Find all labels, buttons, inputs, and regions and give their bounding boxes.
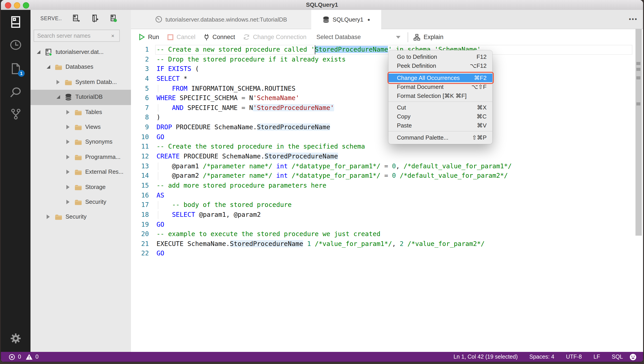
tree-item-security[interactable]: Security — [30, 210, 131, 225]
tab-connection-dashboard[interactable]: tutorialserver.database.windows.net:Tuto… — [131, 10, 312, 29]
menu-item-paste[interactable]: Paste⌘V — [388, 121, 492, 130]
tree-item-external-res[interactable]: External Res... — [30, 165, 131, 180]
code-line-17[interactable]: 17 -- body of the stored procedure — [131, 200, 637, 210]
language-mode-status[interactable]: SQL — [612, 354, 623, 360]
tree-item-tutorialdb[interactable]: TutorialDB — [30, 90, 131, 105]
code-line-6[interactable]: 6WHERE SPECIFIC_SCHEMA = N'SchemaName' — [131, 93, 637, 103]
servers-icon[interactable] — [10, 16, 22, 28]
select-database-dropdown[interactable]: Select Database — [316, 34, 401, 40]
collapse-twisty-icon[interactable] — [37, 50, 40, 54]
sidebar-title: SERVE.. — [40, 16, 62, 21]
tree-item-databases[interactable]: Databases — [30, 60, 131, 75]
cursor-position-status[interactable]: Ln 1, Col 42 (19 selected) — [454, 354, 518, 360]
sidebar-header: SERVE.. — [30, 13, 131, 25]
menu-item-shortcut: ⌥F12 — [470, 62, 486, 69]
new-server-group-icon[interactable] — [90, 14, 99, 23]
collapse-twisty-icon[interactable] — [56, 95, 60, 99]
tree-item-tables[interactable]: Tables — [30, 105, 131, 120]
explain-button[interactable]: Explain — [414, 34, 444, 41]
collapse-twisty-icon[interactable] — [47, 65, 50, 69]
tree-item-system-datab[interactable]: System Datab... — [30, 75, 131, 90]
expand-twisty-icon[interactable] — [47, 215, 50, 219]
dirty-indicator-icon: ● — [368, 17, 370, 22]
server-search-box[interactable]: × — [34, 30, 120, 42]
code-line-5[interactable]: 5 FROM INFORMATION_SCHEMA.ROUTINES — [131, 84, 637, 93]
change-connection-button[interactable]: Change Connection — [243, 34, 306, 40]
menu-item-label: Change All Occurrences — [397, 75, 460, 81]
expand-twisty-icon[interactable] — [66, 200, 70, 204]
tree-item-synonyms[interactable]: Synonyms — [30, 135, 131, 150]
tree-item-views[interactable]: Views — [30, 120, 131, 135]
code-line-11[interactable]: 11-- Create the stored procedure in the … — [131, 142, 637, 152]
expand-twisty-icon[interactable] — [66, 140, 70, 144]
code-line-13[interactable]: 13 @param1 /*parameter name*/ int /*data… — [131, 161, 637, 171]
task-history-icon[interactable] — [10, 39, 22, 51]
run-button[interactable]: Run — [139, 34, 159, 40]
scrollbar-slider[interactable] — [636, 29, 642, 236]
expand-twisty-icon[interactable] — [66, 155, 70, 159]
code-line-7[interactable]: 7 AND SPECIFIC_NAME = N'StoredProcedureN… — [131, 103, 637, 113]
more-actions-icon[interactable]: ••• — [629, 16, 638, 23]
code-line-19[interactable]: 19GO — [131, 220, 637, 229]
code-line-9[interactable]: 9DROP PROCEDURE SchemaName.StoredProcedu… — [131, 123, 637, 132]
code-line-22[interactable]: 22GO — [131, 249, 637, 258]
folder-icon — [74, 183, 82, 191]
problems-status[interactable]: 0 0 — [1, 353, 38, 360]
code-line-14[interactable]: 14 @param2 /*parameter name*/ int /*data… — [131, 171, 637, 181]
tree-item-tutorialserver-dat[interactable]: tutorialserver.dat... — [30, 45, 131, 60]
encoding-status[interactable]: UTF-8 — [566, 354, 582, 360]
new-connection-icon[interactable] — [72, 14, 80, 23]
expand-twisty-icon[interactable] — [56, 80, 60, 84]
menu-item-command-palette[interactable]: Command Palette...⇧⌘P — [388, 133, 492, 142]
code-line-1[interactable]: 1-- Create a new stored procedure called… — [131, 45, 637, 55]
code-line-21[interactable]: 21EXECUTE SchemaName.StoredProcedureName… — [131, 239, 637, 249]
tree-item-security[interactable]: Security — [30, 195, 131, 210]
code-line-18[interactable]: 18 SELECT @param1, @param2 — [131, 210, 637, 220]
code-line-4[interactable]: 4SELECT * — [131, 74, 637, 84]
text-cursor — [314, 45, 315, 54]
tab-sqlquery1[interactable]: SQLQuery1 ● — [311, 10, 381, 29]
search-server-input[interactable] — [34, 33, 111, 39]
source-control-icon[interactable] — [10, 108, 22, 120]
editor-scrollbar[interactable] — [636, 29, 642, 352]
menu-item-format-selection-k-f[interactable]: Format Selection [⌘K ⌘F] — [388, 91, 492, 100]
menu-item-peek-definition[interactable]: Peek Definition⌥F12 — [388, 62, 492, 71]
active-connections-icon[interactable] — [110, 14, 118, 23]
folder-icon — [74, 138, 82, 146]
spaces-status[interactable]: Spaces: 4 — [530, 354, 554, 360]
expand-twisty-icon[interactable] — [66, 170, 70, 174]
explain-label: Explain — [424, 34, 444, 40]
line-number: 17 — [131, 200, 149, 210]
menu-item-format-document[interactable]: Format Document⌥⇧F — [388, 82, 492, 91]
code-line-15[interactable]: 15-- add more stored procedure parameter… — [131, 181, 637, 191]
menu-item-cut[interactable]: Cut⌘X — [388, 103, 492, 112]
search-icon[interactable] — [10, 86, 22, 99]
line-number: 3 — [131, 64, 149, 74]
error-count: 0 — [18, 354, 21, 360]
folder-icon — [74, 198, 82, 206]
code-line-3[interactable]: 3IF EXISTS ( — [131, 64, 637, 74]
sql-editor[interactable]: 1-- Create a new stored procedure called… — [131, 45, 637, 352]
eol-status[interactable]: LF — [594, 354, 600, 360]
menu-item-go-to-definition[interactable]: Go to DefinitionF12 — [388, 53, 492, 62]
settings-gear-icon[interactable] — [10, 332, 22, 345]
expand-twisty-icon[interactable] — [66, 110, 70, 114]
open-editors-icon[interactable]: 1 — [10, 62, 22, 75]
code-line-2[interactable]: 2-- Drop the stored procedure if it alre… — [131, 55, 637, 64]
code-line-16[interactable]: 16AS — [131, 191, 637, 200]
menu-item-copy[interactable]: Copy⌘C — [388, 112, 492, 121]
code-line-10[interactable]: 10GO — [131, 132, 637, 142]
code-line-12[interactable]: 12CREATE PROCEDURE SchemaName.StoredProc… — [131, 152, 637, 161]
clear-search-icon[interactable]: × — [111, 33, 119, 39]
dashboard-gauge-icon — [155, 16, 162, 23]
code-line-20[interactable]: 20-- example to execute the stored proce… — [131, 229, 637, 239]
cancel-button[interactable]: Cancel — [167, 34, 196, 40]
expand-twisty-icon[interactable] — [66, 125, 70, 129]
tree-item-storage[interactable]: Storage — [30, 180, 131, 195]
expand-twisty-icon[interactable] — [66, 185, 70, 189]
code-line-8[interactable]: 8) — [131, 113, 637, 123]
connect-button[interactable]: Connect — [204, 34, 235, 41]
menu-item-change-all-occurrences[interactable]: Change All Occurrences⌘F2 — [388, 73, 492, 82]
tree-item-programma[interactable]: Programma... — [30, 150, 131, 165]
feedback-smiley-icon[interactable] — [629, 353, 643, 361]
